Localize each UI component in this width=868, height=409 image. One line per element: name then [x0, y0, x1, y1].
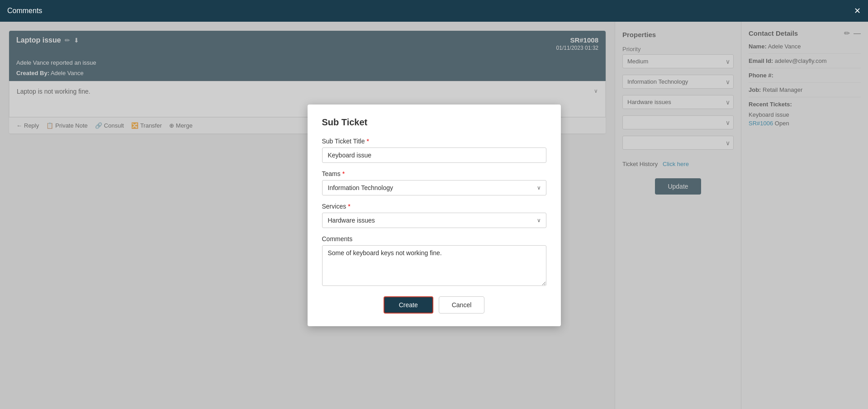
- sub-ticket-modal: Sub Ticket Sub Ticket Title * Teams * In…: [308, 105, 561, 326]
- create-button[interactable]: Create: [384, 296, 433, 314]
- services-select-wrapper: Hardware issues Software issues Network …: [322, 213, 546, 228]
- app-title: Comments: [7, 7, 42, 15]
- modal-title: Sub Ticket: [322, 117, 546, 128]
- ticket-title-label: Sub Ticket Title *: [322, 138, 546, 145]
- comments-textarea[interactable]: Some of keyboard keys not working fine.: [322, 245, 546, 286]
- cancel-button[interactable]: Cancel: [439, 296, 485, 314]
- modal-footer: Create Cancel: [322, 296, 546, 314]
- services-select[interactable]: Hardware issues Software issues Network …: [322, 213, 546, 228]
- top-bar: Comments ✕: [0, 0, 868, 22]
- overlay: Sub Ticket Sub Ticket Title * Teams * In…: [0, 22, 868, 409]
- teams-select[interactable]: Information Technology HR Finance Operat…: [322, 180, 546, 195]
- close-button[interactable]: ✕: [854, 7, 861, 15]
- teams-required-star: *: [342, 170, 345, 177]
- ticket-title-input[interactable]: [322, 147, 546, 163]
- comments-label: Comments: [322, 235, 546, 243]
- services-required-star: *: [348, 203, 350, 210]
- teams-label: Teams *: [322, 170, 546, 177]
- title-required-star: *: [366, 138, 369, 145]
- services-label: Services *: [322, 203, 546, 210]
- teams-select-wrapper: Information Technology HR Finance Operat…: [322, 180, 546, 195]
